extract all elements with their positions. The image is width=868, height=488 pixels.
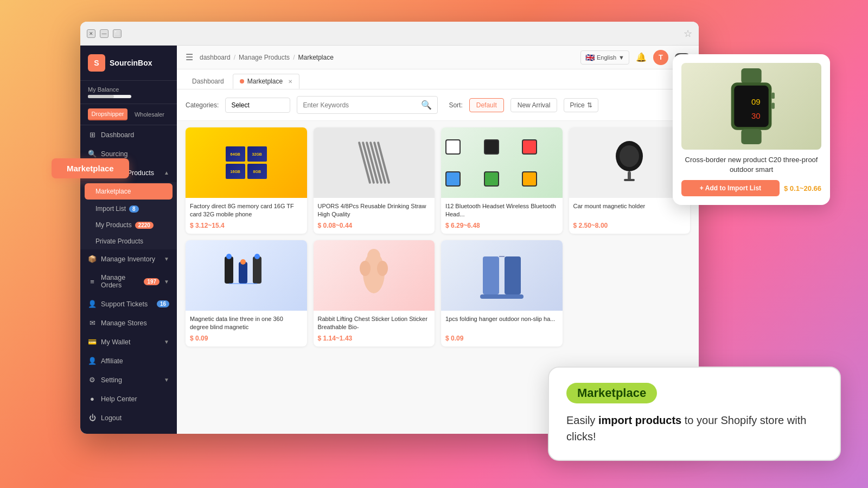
- setting-label: Setting: [101, 376, 159, 384]
- mount-visual: [613, 140, 646, 185]
- private-products-label: Private Products: [95, 237, 143, 245]
- dropshipper-btn[interactable]: Dropshipper: [88, 108, 127, 120]
- sourcing-label: Sourcing: [101, 150, 169, 158]
- tickets-badge: 16: [157, 300, 169, 307]
- sort-price-btn[interactable]: Price ⇅: [564, 98, 598, 112]
- orders-label: Manage Orders: [101, 274, 139, 289]
- breadcrumb-dashboard[interactable]: dashboard: [200, 54, 231, 61]
- marketplace-highlight-pill[interactable]: Marketplace: [52, 158, 129, 178]
- sidebar-item-my-wallet[interactable]: 💳 My Wallet ▼: [80, 332, 177, 351]
- sidebar-item-manage-inventory[interactable]: 📦 Manage Inventory ▼: [80, 249, 177, 268]
- watch-title: Cross-border new product C20 three-proof…: [681, 155, 821, 175]
- product-card[interactable]: Car mount magnetic holder $ 2.50~8.00: [569, 127, 691, 234]
- product-title: Rabbit Lifting Chest Sticker Lotion Stic…: [318, 315, 431, 331]
- setting-icon: ⚙: [88, 376, 97, 384]
- tab-dashboard-label: Dashboard: [192, 78, 224, 85]
- stores-icon: ✉: [88, 319, 97, 327]
- tab-close-icon[interactable]: ✕: [288, 79, 292, 85]
- wholesaler-btn[interactable]: Wholesaler: [130, 108, 169, 120]
- svg-point-9: [226, 254, 232, 259]
- sidebar-item-import-list[interactable]: Import List 8: [80, 201, 177, 217]
- product-card[interactable]: Magnetic data line three in one 360 degr…: [186, 240, 307, 346]
- svg-rect-27: [771, 102, 775, 108]
- sidebar-item-my-products[interactable]: My Products 2220: [80, 217, 177, 233]
- tab-marketplace[interactable]: Marketplace ✕: [233, 74, 299, 89]
- product-title: I12 Bluetooth Headset Wireless Bluetooth…: [445, 202, 558, 219]
- product-image: [441, 127, 563, 198]
- product-card[interactable]: I12 Bluetooth Headset Wireless Bluetooth…: [441, 127, 563, 234]
- sidebar-item-dashboard[interactable]: ⊞ Dashboard: [80, 125, 177, 144]
- sidebar-item-affiliate[interactable]: 👤 Affiliate: [80, 351, 177, 370]
- close-button[interactable]: ✕: [87, 29, 95, 38]
- tooltip-marketplace-card: Marketplace Easily import products to yo…: [548, 367, 841, 461]
- sidebar-item-logout[interactable]: ⏻ Logout: [80, 408, 177, 427]
- add-to-import-btn[interactable]: + Add to Import List: [681, 180, 780, 196]
- language-label: English: [597, 54, 616, 61]
- product-card[interactable]: 64GB 32GB 16GB 8GB Factory direct 8G mem…: [186, 127, 307, 234]
- language-selector[interactable]: 🇬🇧 English ▼: [580, 50, 629, 65]
- sidebar-item-help-center[interactable]: ● Help Center: [80, 389, 177, 408]
- breadcrumb-manage-products[interactable]: Manage Products: [239, 54, 290, 61]
- setting-chevron: ▼: [164, 377, 169, 383]
- mount-svg: [613, 140, 646, 183]
- notification-icon[interactable]: 🔔: [636, 52, 647, 62]
- sort-label: Sort:: [449, 101, 462, 109]
- sidebar-item-marketplace[interactable]: Marketplace: [85, 183, 173, 200]
- sort-new-arrival-btn[interactable]: New Arrival: [510, 98, 558, 112]
- orders-chevron: ▼: [164, 279, 169, 285]
- product-price: $ 0.09: [445, 335, 558, 342]
- balance-fill: [88, 95, 114, 98]
- product-price: $ 6.29~6.48: [445, 222, 558, 229]
- product-price: $ 3.12~15.4: [190, 222, 303, 229]
- sidebar-item-manage-orders[interactable]: ≡ Manage Orders 197 ▼: [80, 268, 177, 294]
- svg-point-10: [254, 254, 260, 259]
- sourcing-icon: 🔍: [88, 150, 97, 158]
- maximize-button[interactable]: ⬜: [113, 29, 122, 38]
- search-icon: 🔍: [421, 100, 432, 110]
- watch-svg: 09 30: [719, 68, 784, 144]
- product-card[interactable]: Rabbit Lifting Chest Sticker Lotion Stic…: [314, 240, 435, 346]
- marketplace-label: Marketplace: [95, 188, 131, 195]
- sidebar-item-private-products[interactable]: Private Products: [80, 233, 177, 249]
- stores-label: Manage Stores: [101, 319, 169, 327]
- svg-point-15: [367, 249, 380, 264]
- mem-card-16: 16GB: [226, 164, 245, 179]
- dashboard-label: Dashboard: [101, 131, 169, 139]
- user-avatar[interactable]: T: [653, 50, 668, 65]
- product-card[interactable]: UPORS 4/8Pcs Reusable Drinking Straw Hig…: [314, 127, 435, 234]
- product-image: [186, 240, 307, 311]
- my-products-label: My Products: [95, 221, 132, 229]
- bookmark-icon[interactable]: ☆: [684, 28, 692, 40]
- help-icon: ●: [88, 395, 97, 403]
- sidebar-item-setting[interactable]: ⚙ Setting ▼: [80, 370, 177, 389]
- sidebar-item-support-tickets[interactable]: 👤 Support Tickets 16: [80, 294, 177, 313]
- wallet-icon: 💳: [88, 338, 97, 346]
- browser-buttons: ✕ — ⬜: [87, 29, 122, 38]
- breadcrumb-sep-1: /: [234, 54, 235, 61]
- logout-icon: ⏻: [88, 414, 97, 422]
- mem-card-64: 64GB: [226, 146, 245, 162]
- watch-image: 09 30: [681, 63, 821, 150]
- svg-rect-6: [253, 256, 261, 284]
- tab-dashboard[interactable]: Dashboard: [186, 74, 231, 88]
- menu-icon[interactable]: ☰: [186, 52, 193, 62]
- hanger-svg: [477, 246, 526, 305]
- product-info: UPORS 4/8Pcs Reusable Drinking Straw Hig…: [314, 198, 435, 234]
- marketplace-badge: Marketplace: [566, 383, 657, 403]
- categories-select[interactable]: Select: [225, 98, 290, 113]
- balance-label: My Balance: [88, 86, 169, 93]
- help-label: Help Center: [101, 395, 169, 403]
- product-price: $ 0.09: [190, 335, 303, 342]
- svg-point-11: [240, 259, 246, 265]
- keywords-input[interactable]: [303, 101, 418, 109]
- sort-default-btn[interactable]: Default: [469, 98, 504, 112]
- minimize-button[interactable]: —: [100, 29, 108, 38]
- wallet-label: My Wallet: [101, 338, 159, 346]
- cable-svg: [219, 246, 273, 305]
- product-image: [314, 127, 435, 198]
- svg-point-13: [360, 261, 371, 276]
- sidebar-item-manage-stores[interactable]: ✉ Manage Stores: [80, 313, 177, 332]
- product-card[interactable]: 1pcs folding hanger outdoor non-slip ha.…: [441, 240, 563, 346]
- earbud-orange: [522, 171, 537, 187]
- product-info: Rabbit Lifting Chest Sticker Lotion Stic…: [314, 311, 435, 346]
